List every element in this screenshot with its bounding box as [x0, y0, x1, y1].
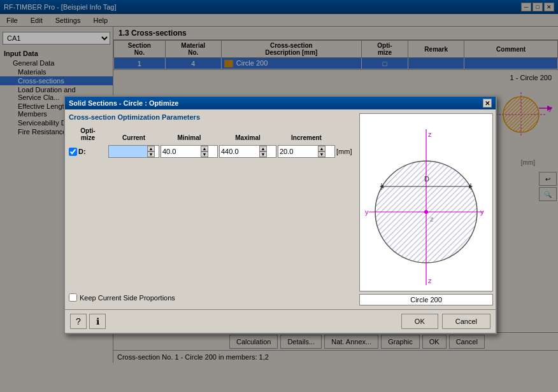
circle-diagram: D y y z z z	[359, 113, 493, 291]
keep-proportions-checkbox[interactable]	[69, 293, 77, 302]
params-header: Opti-mize Current Minimal Maximal Increm…	[69, 127, 355, 141]
svg-point-12	[424, 210, 428, 214]
current-input-container: ▲ ▼	[108, 145, 159, 158]
circle-svg: D y y z z z	[362, 116, 490, 288]
maximal-spin-down[interactable]: ▼	[259, 151, 267, 157]
minimal-input[interactable]	[161, 146, 201, 157]
param-col-minimal: Minimal	[161, 134, 218, 141]
increment-spin-buttons: ▲ ▼	[318, 146, 326, 157]
param-col-optimize: Opti-mize	[69, 127, 107, 141]
modal-overlay: Solid Sections - Circle : Optimize ✕ Cro…	[0, 0, 558, 392]
minimal-spin-up[interactable]: ▲	[201, 146, 208, 151]
modal-body: Cross-section Optimization Parameters Op…	[65, 109, 496, 309]
increment-input[interactable]	[278, 146, 318, 157]
modal-right-panel: D y y z z z Circle 200	[359, 113, 493, 305]
info-button[interactable]: ℹ	[89, 314, 106, 329]
optimization-params-title: Cross-section Optimization Parameters	[69, 113, 355, 121]
unit-label: [mm]	[336, 148, 355, 155]
svg-text:y: y	[480, 208, 484, 216]
optimize-checkbox[interactable]	[69, 148, 77, 156]
keep-proportions-area: Keep Current Side Proportions	[69, 290, 355, 305]
param-col-current: Current	[108, 134, 159, 141]
minimal-input-container: ▲ ▼	[161, 145, 218, 158]
svg-text:y: y	[365, 208, 369, 216]
modal-dialog: Solid Sections - Circle : Optimize ✕ Cro…	[64, 95, 497, 334]
modal-title: Solid Sections - Circle : Optimize	[69, 99, 178, 107]
param-col-maximal: Maximal	[219, 134, 276, 141]
modal-left-panel: Cross-section Optimization Parameters Op…	[69, 113, 355, 305]
increment-input-container: ▲ ▼	[278, 145, 335, 158]
svg-text:z: z	[428, 277, 432, 284]
modal-close-button[interactable]: ✕	[483, 99, 492, 108]
modal-title-bar: Solid Sections - Circle : Optimize ✕	[65, 97, 496, 109]
increment-spin-up[interactable]: ▲	[318, 146, 326, 151]
modal-footer-right: OK Cancel	[401, 314, 490, 329]
canvas-label: Circle 200	[359, 294, 493, 305]
minimal-spin-buttons: ▲ ▼	[201, 146, 208, 157]
current-spin-down[interactable]: ▼	[147, 151, 155, 157]
current-spin-buttons: ▲ ▼	[147, 146, 155, 157]
help-button[interactable]: ?	[70, 314, 87, 329]
modal-footer: ? ℹ OK Cancel	[65, 309, 496, 333]
svg-text:D: D	[424, 175, 429, 183]
maximal-input-container: ▲ ▼	[219, 145, 276, 158]
svg-text:z: z	[428, 130, 432, 138]
modal-cancel-button[interactable]: Cancel	[442, 314, 490, 329]
svg-text:z: z	[430, 215, 434, 223]
dimension-label: D:	[78, 148, 86, 155]
minimal-spin-down[interactable]: ▼	[201, 151, 208, 157]
modal-footer-left: ? ℹ	[70, 314, 106, 329]
keep-proportions-label: Keep Current Side Proportions	[80, 294, 175, 302]
maximal-spin-buttons: ▲ ▼	[259, 146, 267, 157]
current-spin-up[interactable]: ▲	[147, 146, 155, 151]
maximal-input[interactable]	[220, 146, 259, 157]
optimize-cell: D:	[69, 148, 107, 156]
params-row: D: ▲ ▼ ▲ ▼	[69, 145, 355, 158]
modal-ok-button[interactable]: OK	[401, 314, 438, 329]
current-input[interactable]	[109, 146, 147, 157]
param-col-increment: Increment	[278, 134, 335, 141]
increment-spin-down[interactable]: ▼	[318, 151, 326, 157]
maximal-spin-up[interactable]: ▲	[259, 146, 267, 151]
spacer	[69, 162, 355, 286]
